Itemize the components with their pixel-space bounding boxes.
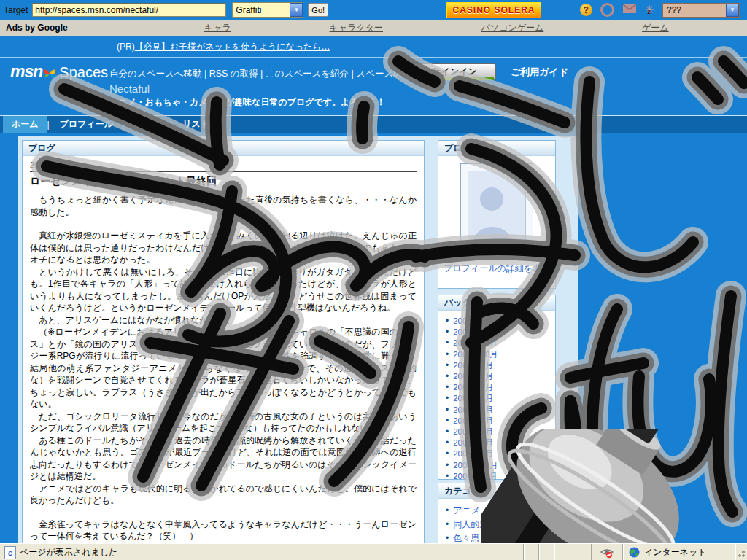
msn-spaces-logo[interactable]: msn Spaces bbox=[10, 62, 108, 82]
post-paragraph: 金糸雀ってキャラはなんとなく中華風入ってるようなキャラなんだけど・・・うーんロー… bbox=[30, 518, 417, 542]
resize-grip[interactable] bbox=[735, 544, 747, 560]
post-divider bbox=[30, 171, 417, 172]
ad-link[interactable]: ゲーム bbox=[642, 22, 669, 34]
target-label: Target bbox=[4, 5, 28, 15]
archive-link[interactable]: 2005年2月 bbox=[453, 438, 493, 447]
archive-list-item: 2005年6月 bbox=[446, 393, 552, 404]
status-panel bbox=[539, 544, 554, 560]
category-link[interactable]: 色々思うこと bbox=[453, 533, 506, 543]
category-list: アニメ・特撮などなど感想同人的対2ちゃんねる色々思うこと趣味 bbox=[438, 504, 555, 543]
page-document-icon: e bbox=[4, 546, 16, 559]
archive-list-item: 2005年9月 bbox=[446, 360, 552, 371]
header-nav-link[interactable]: 自分のスペースへ移動 bbox=[109, 69, 201, 79]
msn-spaces-page: (PR)【必見】お子様がネットを使うようになったら… msn Spaces 自分… bbox=[0, 36, 747, 543]
archive-link[interactable]: 2006年1月 bbox=[453, 316, 493, 325]
pr-link[interactable]: 【必見】お子様がネットを使うようになったら… bbox=[135, 42, 330, 52]
post-paragraph: あと、アリスゲームにはなかなか慣れなかった。 bbox=[30, 314, 417, 327]
casino-banner-ad[interactable]: CASINO SOLERA bbox=[446, 2, 541, 18]
post-date: 20 bbox=[30, 160, 417, 169]
archive-link[interactable]: 2005年11月 bbox=[453, 338, 498, 347]
tab[interactable]: ホーム bbox=[3, 116, 47, 133]
archive-module-title: バックナンバー bbox=[438, 295, 555, 311]
archive-list-item: 2005年7月 bbox=[446, 382, 552, 393]
profile-module-title: プロフィール bbox=[438, 141, 555, 156]
pr-prefix: (PR) bbox=[117, 42, 135, 52]
archive-list-item: 2005年8月 bbox=[446, 371, 552, 382]
profile-photo-frame bbox=[460, 163, 533, 252]
content-area: ブログ 20 ローゼンメイデン・トロイメント最終回 もうちょっと細かく書く予定な… bbox=[18, 136, 578, 543]
tab[interactable]: プロフィール bbox=[47, 116, 123, 133]
msn-butterfly-icon bbox=[43, 67, 56, 82]
ad-link[interactable]: キャラクター bbox=[330, 22, 383, 34]
category-link[interactable]: 同人的対2ちゃんねる bbox=[453, 519, 538, 529]
blog-module: ブログ 20 ローゼンメイデン・トロイメント最終回 もうちょっと細かく書く予定な… bbox=[22, 140, 425, 543]
tab[interactable]: リスト bbox=[170, 116, 218, 133]
archive-list-item: 2005年4月 bbox=[446, 416, 552, 427]
category-list-item: 色々思うこと bbox=[446, 532, 552, 543]
category-list-item: 同人的対2ちゃんねる bbox=[446, 518, 552, 532]
archive-link[interactable]: 2005年12月 bbox=[453, 327, 498, 336]
security-zone-panel: インターネット bbox=[623, 544, 735, 560]
signin-button[interactable]: サインイン bbox=[413, 63, 496, 80]
post-paragraph: ある種このドールたちがそういう過去の時代の意識的呪縛から解放されていく過程の話だ… bbox=[30, 435, 417, 483]
star-icon[interactable]: ✳2 bbox=[645, 4, 654, 16]
zone-label: インターネット bbox=[644, 546, 707, 559]
toolbar-dropdown[interactable]: ??? ▼ bbox=[662, 3, 740, 18]
archive-link[interactable]: 2005年10月 bbox=[453, 350, 498, 359]
archive-list-item: 2005年11月 bbox=[446, 338, 552, 349]
signin-label: サインイン bbox=[432, 66, 476, 78]
archive-list-item: 2005年12月 bbox=[446, 327, 552, 338]
archive-link[interactable]: 2005年5月 bbox=[453, 405, 493, 414]
usage-guide-link[interactable]: ご利用ガイド bbox=[511, 66, 568, 79]
toolbar-dropdown-value: ??? bbox=[663, 5, 681, 15]
toolbar-icons: ? ✳2 ??? ▼ bbox=[580, 0, 740, 20]
go-button[interactable]: Go! bbox=[308, 3, 328, 17]
archive-link[interactable]: 2005年4月 bbox=[453, 416, 493, 425]
header-divider bbox=[0, 57, 747, 58]
post-paragraph: 真紅が水銀燈のローゼミスティカを手に入れて、みくの事を知る辺りは泣けた。えんじゅ… bbox=[30, 230, 417, 266]
archive-link[interactable]: 2004年12月 bbox=[453, 461, 498, 470]
blog-post: 20 ローゼンメイデン・トロイメント最終回 もうちょっと細かく書く予定なんだけど… bbox=[23, 156, 424, 543]
tab[interactable]: ブログ bbox=[122, 116, 170, 133]
category-list-item: アニメ・特撮などなど感想 bbox=[446, 504, 552, 518]
mode-select[interactable]: Graffiti ▼ bbox=[232, 2, 303, 18]
archive-link[interactable]: 2005年8月 bbox=[453, 372, 493, 381]
post-paragraph: というかけして悪くは無いにしろ、それでも1作目に比べれば作りがガタガタしてたんだ… bbox=[30, 266, 417, 314]
archive-list-item: 2005年3月 bbox=[446, 427, 552, 438]
category-link[interactable]: アニメ・特撮などなど感想 bbox=[453, 505, 552, 516]
pr-row: (PR)【必見】お子様がネットを使うようになったら… bbox=[117, 41, 330, 53]
archive-list-item: 2005年5月 bbox=[446, 405, 552, 416]
archive-list-item: 2004年12月 bbox=[446, 460, 552, 471]
categories-module: カテゴリ アニメ・特撮などなど感想同人的対2ちゃんねる色々思うこと趣味 bbox=[438, 483, 556, 543]
archive-link[interactable]: 2005年9月 bbox=[453, 361, 493, 370]
space-subtitle: アニメ・おもちゃ・カメラ等が趣味な日常のブログです。よろしく！ bbox=[109, 96, 385, 109]
header-nav-link[interactable]: RSS の取得 bbox=[201, 69, 258, 79]
blog-module-title: ブログ bbox=[23, 141, 424, 156]
ad-link[interactable]: キャラ bbox=[204, 22, 231, 34]
archive-link[interactable]: 2005年6月 bbox=[453, 394, 493, 402]
ring-icon[interactable] bbox=[600, 3, 614, 17]
archive-link[interactable]: 2005年7月 bbox=[453, 383, 493, 392]
archive-link[interactable]: 2005年3月 bbox=[453, 427, 493, 436]
status-panel bbox=[554, 544, 592, 560]
envelope-icon[interactable] bbox=[622, 4, 637, 17]
privacy-blocked-icon[interactable] bbox=[592, 544, 623, 560]
status-message: ページが表示されました bbox=[20, 546, 117, 559]
tab-bar: ホームプロフィールブログリスト bbox=[0, 115, 747, 133]
chevron-down-icon: ▼ bbox=[726, 4, 739, 17]
post-paragraph: アニメではどのキャラも現代的に明るく描かれてるので感じにくいんだけど。僕的にはそ… bbox=[30, 483, 417, 507]
ad-link[interactable]: パソコンゲーム bbox=[481, 22, 544, 34]
post-paragraph: ただ、ゴシックロリータ流行りの昨今なのだが、当時の古風な女の子というのは実はああ… bbox=[30, 411, 417, 435]
ads-label: Ads by Google bbox=[6, 23, 68, 33]
archive-link[interactable]: 2005年1月 bbox=[453, 449, 493, 458]
url-input[interactable] bbox=[32, 3, 226, 17]
post-paragraph: （※ローゼンメイデンにおけるアリスゲームは、つまりルイスキャロルの「不思議の国の… bbox=[30, 326, 417, 411]
archive-module: バックナンバー 2006年1月2005年12月2005年11月2005年10月2… bbox=[438, 295, 556, 480]
status-bar: e ページが表示されました インターネット bbox=[0, 543, 747, 560]
help-icon[interactable]: ? bbox=[580, 4, 592, 16]
archive-link[interactable]: 2004年11月 bbox=[453, 472, 498, 481]
header-nav-link[interactable]: スペースの検索 bbox=[349, 69, 421, 79]
profile-detail-link[interactable]: プロフィールの詳細を表示 bbox=[444, 262, 550, 275]
header-nav-link[interactable]: このスペースを紹介 bbox=[258, 69, 349, 79]
globe-icon bbox=[629, 547, 640, 558]
